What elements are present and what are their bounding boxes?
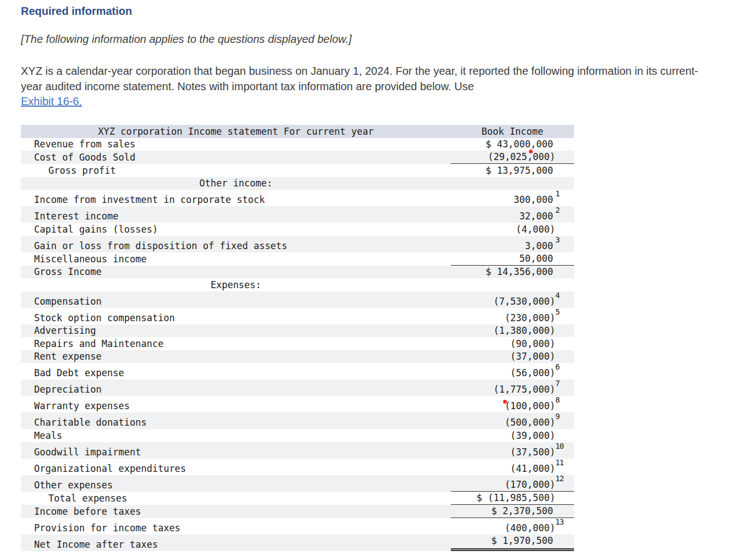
row-value: (90,000) <box>510 338 555 350</box>
row-value-cell: (4,000) <box>451 223 574 236</box>
footnote-superscript: 3 <box>555 236 559 244</box>
row-value-cell: (56,000)6 <box>451 363 574 379</box>
table-row: Revenue from sales$ 43,000,000 <box>21 138 574 151</box>
row-value-cell: (400,000)13 <box>451 518 574 535</box>
row-label: Other expenses <box>21 475 451 492</box>
table-row: Gain or loss from disposition of fixed a… <box>21 236 574 252</box>
section-header-row: Other income: <box>21 177 574 190</box>
row-value-cell: (37,500)10 <box>451 442 574 459</box>
applies-note: [The following information applies to th… <box>21 32 756 46</box>
table-row: Bad Debt expense(56,000)6 <box>21 363 574 379</box>
table-row: Other expenses(170,000)12 <box>21 475 574 492</box>
row-value: (1,380,000) <box>493 324 555 337</box>
footnote-superscript: 4 <box>555 291 559 299</box>
row-value-cell: 32,0002 <box>451 206 574 223</box>
row-value: $ 2,370,500 <box>491 505 555 518</box>
row-label: Advertising <box>21 324 451 338</box>
row-value: (39,000) <box>510 430 555 442</box>
row-label: Warranty expenses <box>21 396 451 412</box>
row-value: (4,000) <box>516 223 555 236</box>
row-value-cell: (37,000) <box>451 350 574 364</box>
row-value: $ (11,985,500) <box>477 492 555 504</box>
table-row: Goodwill impairment(37,500)10 <box>21 442 574 459</box>
table-row: Gross Income$ 14,356,000 <box>21 266 574 279</box>
footnote-superscript: 8 <box>555 396 559 404</box>
table-row: Rent expense(37,000) <box>21 350 574 364</box>
table-header-row: XYZ corporation Income statement For cur… <box>21 125 574 138</box>
footnote-superscript: 6 <box>555 363 559 371</box>
footnote-superscript: 10 <box>555 442 564 450</box>
table-row: Cost of Goods Sold(29,025,000) <box>21 151 574 164</box>
row-value: (29,025,000) <box>488 151 555 163</box>
row-value: (230,000)5 <box>505 312 555 324</box>
table-body: Revenue from sales$ 43,000,000Cost of Go… <box>21 138 574 551</box>
row-value-cell: 50,000 <box>451 252 574 266</box>
row-label: Organizational expenditures <box>21 459 451 475</box>
row-label: Bad Debt expense <box>21 363 451 379</box>
footnote-superscript: 7 <box>555 379 559 387</box>
table-row: Interest income32,0002 <box>21 206 574 223</box>
table-row: Depreciation(1,775,000)7 <box>21 379 574 396</box>
intro-text: XYZ is a calendar-year corporation that … <box>21 65 698 92</box>
table-row: Income before taxes$ 2,370,500 <box>21 505 574 518</box>
table-row: Provision for income taxes(400,000)13 <box>21 518 574 535</box>
row-value: (170,000)12 <box>505 478 555 491</box>
row-label: Cost of Goods Sold <box>21 151 451 164</box>
row-value: 32,0002 <box>520 210 555 223</box>
row-label: Charitable donations <box>21 412 451 429</box>
row-value: (500,000)9 <box>505 416 555 429</box>
table-row: Stock option compensation(230,000)5 <box>21 308 574 324</box>
table-row: Net Income after taxes$ 1,970,500 <box>21 535 574 551</box>
footnote-superscript: 13 <box>555 518 564 526</box>
required-information-heading: Required information <box>21 4 756 18</box>
row-value-cell: 3,0003 <box>451 236 574 252</box>
row-label: Gain or loss from disposition of fixed a… <box>21 236 451 252</box>
table-row: Warranty expenses(100,000)8 <box>21 396 574 412</box>
row-value-cell: (29,025,000) <box>451 151 574 164</box>
row-label: Capital gains (losses) <box>21 223 451 236</box>
table-row: Advertising(1,380,000) <box>21 324 574 338</box>
row-value-cell: (39,000) <box>451 429 574 442</box>
row-value-cell: $ 43,000,000 <box>451 138 574 151</box>
row-value: (100,000)8 <box>505 400 555 412</box>
row-label: Repairs and Maintenance <box>21 337 451 350</box>
row-value: (37,500)10 <box>510 446 555 459</box>
row-label: Goodwill impairment <box>21 442 451 459</box>
row-value-cell: $ 2,370,500 <box>451 505 574 518</box>
table-row: Income from investment in corporate stoc… <box>21 190 574 206</box>
row-value: (37,000) <box>510 350 555 363</box>
row-label: Interest income <box>21 206 451 223</box>
row-label: Gross Income <box>21 266 451 279</box>
book-income-column-header: Book Income <box>451 126 574 137</box>
row-value: (7,530,000)4 <box>493 295 555 308</box>
row-label: Stock option compensation <box>21 308 451 324</box>
row-value: (400,000)13 <box>505 522 555 535</box>
row-value-cell: (100,000)8 <box>451 396 574 412</box>
income-statement-table: XYZ corporation Income statement For cur… <box>21 125 574 551</box>
row-value-cell: (1,775,000)7 <box>451 379 574 396</box>
table-row: Organizational expenditures(41,000)11 <box>21 459 574 475</box>
row-value: $ 43,000,000 <box>485 138 555 151</box>
section-label: Other income: <box>21 177 451 190</box>
row-label: Meals <box>21 429 451 442</box>
table-row: Miscellaneous income50,000 <box>21 252 574 266</box>
exhibit-link[interactable]: Exhibit 16-6. <box>21 94 82 109</box>
row-label: Miscellaneous income <box>21 252 451 266</box>
row-value: (1,775,000)7 <box>493 383 555 396</box>
footnote-superscript: 1 <box>555 190 559 197</box>
row-label: Gross profit <box>21 164 451 177</box>
footnote-superscript: 11 <box>555 459 564 466</box>
red-dot-marker <box>503 400 507 404</box>
table-row: Gross profit$ 13,975,000 <box>21 164 574 177</box>
page-content: Required information [The following info… <box>0 0 756 551</box>
row-value-cell: (7,530,000)4 <box>451 291 574 308</box>
row-value-cell: (41,000)11 <box>451 459 574 475</box>
problem-intro-paragraph: XYZ is a calendar-year corporation that … <box>21 64 708 109</box>
table-row: Meals(39,000) <box>21 429 574 442</box>
row-value-cell <box>451 278 574 291</box>
table-row: Capital gains (losses)(4,000) <box>21 223 574 236</box>
row-value-cell: $ 13,975,000 <box>451 164 574 177</box>
row-label: Rent expense <box>21 350 451 364</box>
row-value: (41,000)11 <box>510 463 555 475</box>
row-label: Income from investment in corporate stoc… <box>21 190 451 206</box>
